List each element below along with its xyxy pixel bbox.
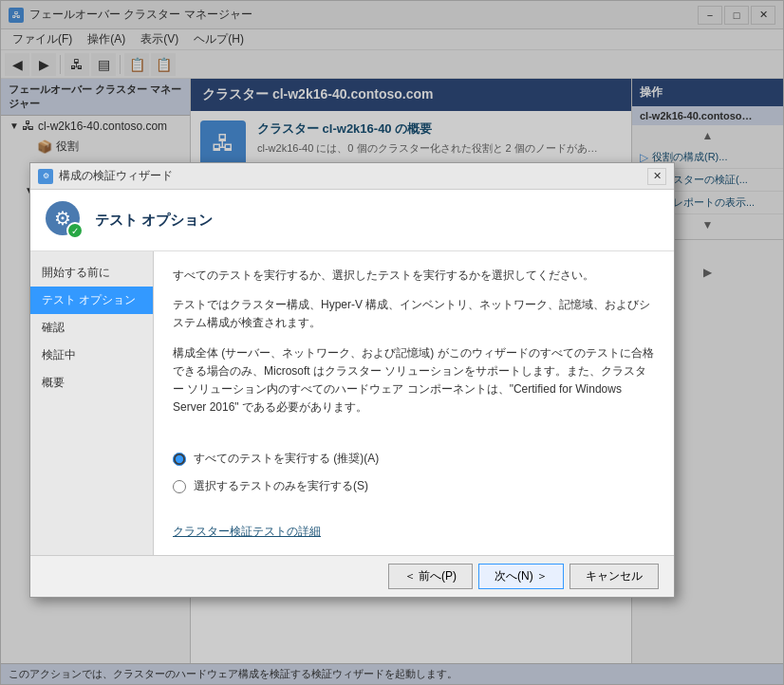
back-button-dialog[interactable]: ＜ 前へ(P) (388, 564, 473, 589)
nav-validating[interactable]: 検証中 (30, 342, 153, 369)
nav-before-start[interactable]: 開始する前に (30, 259, 153, 287)
radio-run-selected-input[interactable] (173, 480, 186, 493)
radio-run-selected[interactable]: 選択するテストのみを実行する(S) (173, 478, 655, 494)
dialog-title-icon: ⚙ (38, 169, 53, 184)
radio-run-selected-label: 選択するテストのみを実行する(S) (194, 478, 368, 494)
dialog-desc-2: テストではクラスター構成、Hyper-V 構成、インベントリ、ネットワーク、記憶… (173, 296, 655, 332)
validation-wizard-dialog: ⚙ 構成の検証ウィザード ✕ ⚙ ✓ テスト オプション 開始する前に テスト … (29, 162, 675, 598)
dialog-overlay: ⚙ 構成の検証ウィザード ✕ ⚙ ✓ テスト オプション 開始する前に テスト … (1, 1, 783, 684)
check-badge-icon: ✓ (66, 222, 84, 239)
dialog-body: 開始する前に テスト オプション 確認 検証中 概要 すべてのテストを実行するか… (30, 251, 674, 555)
dialog-desc-1: すべてのテストを実行するか、選択したテストを実行するかを選択してください。 (173, 267, 655, 285)
nav-confirm[interactable]: 確認 (30, 314, 153, 342)
dialog-close-button[interactable]: ✕ (647, 168, 666, 185)
dialog-nav: 開始する前に テスト オプション 確認 検証中 概要 (30, 251, 154, 555)
test-options-radio-group: すべてのテストを実行する (推奨)(A) 選択するテストのみを実行する(S) (173, 451, 655, 494)
dialog-main-content: すべてのテストを実行するか、選択したテストを実行するかを選択してください。 テス… (154, 251, 674, 555)
cancel-button-dialog[interactable]: キャンセル (569, 564, 659, 589)
main-window: 🖧 フェールオーバー クラスター マネージャー − □ ✕ ファイル(F) 操作… (0, 0, 784, 685)
nav-test-options[interactable]: テスト オプション (30, 287, 153, 314)
radio-run-all-label: すべてのテストを実行する (推奨)(A) (194, 451, 379, 467)
radio-run-all-input[interactable] (173, 453, 186, 466)
dialog-desc-3: 構成全体 (サーバー、ネットワーク、および記憶域) がこのウィザードのすべてのテ… (173, 344, 655, 417)
dialog-header-title: テスト オプション (95, 212, 213, 230)
nav-summary[interactable]: 概要 (30, 369, 153, 397)
dialog-footer: ＜ 前へ(P) 次へ(N) ＞ キャンセル (30, 555, 674, 597)
dialog-header-icon: ⚙ ✓ (46, 201, 84, 239)
radio-run-all[interactable]: すべてのテストを実行する (推奨)(A) (173, 451, 655, 467)
validation-link[interactable]: クラスター検証テストの詳細 (173, 509, 655, 540)
dialog-title-bar: ⚙ 構成の検証ウィザード ✕ (30, 163, 674, 190)
dialog-header-band: ⚙ ✓ テスト オプション (30, 190, 674, 251)
dialog-title: 構成の検証ウィザード (59, 168, 647, 184)
next-button-dialog[interactable]: 次へ(N) ＞ (478, 564, 564, 589)
